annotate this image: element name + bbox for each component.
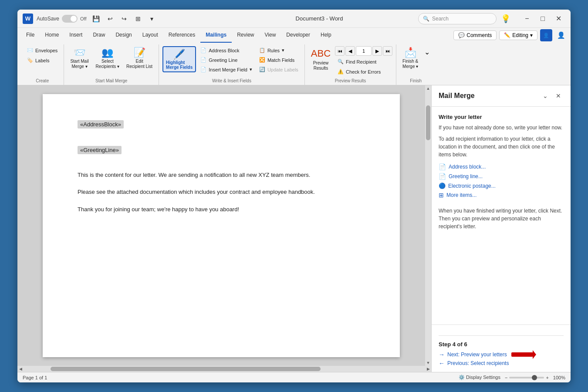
quick-access-toolbar: 💾 ↩ ↪ ⊞ ▾ bbox=[90, 13, 158, 25]
tab-design[interactable]: Design bbox=[110, 28, 137, 43]
scroll-down-arrow[interactable]: ▼ bbox=[425, 360, 431, 366]
ribbon-group-preview: ABC PreviewResults ⏮ ◀ ▶ ⏭ 🔍 bbox=[305, 44, 396, 85]
red-arrow-indicator bbox=[511, 352, 533, 357]
zoom-slider[interactable]: − + bbox=[505, 375, 549, 380]
save-button[interactable]: 💾 bbox=[90, 13, 102, 25]
zoom-minus-icon[interactable]: − bbox=[505, 375, 507, 380]
zoom-thumb[interactable] bbox=[532, 375, 537, 380]
address-block-link[interactable]: 📄 Address block... bbox=[439, 162, 564, 172]
find-recipient-button[interactable]: 🔍 Find Recipient bbox=[335, 57, 392, 66]
panel-title: Mail Merge bbox=[439, 92, 540, 100]
mail-merge-panel: Mail Merge ⌄ ✕ Write your letter If you … bbox=[431, 85, 571, 372]
panel-outro: When you have finished writing your lett… bbox=[439, 207, 564, 230]
tab-developer[interactable]: Developer bbox=[281, 28, 315, 43]
window-controls: − □ ✕ bbox=[520, 12, 565, 26]
greeting-line-link[interactable]: 📄 Greeting line... bbox=[439, 172, 564, 181]
nav-number-input[interactable] bbox=[356, 46, 372, 56]
panel-intro1: If you have not already done so, write y… bbox=[439, 124, 564, 132]
expand-ribbon-button[interactable]: ⌄ bbox=[422, 46, 432, 58]
scroll-thumb-horizontal[interactable] bbox=[51, 367, 321, 371]
tab-layout[interactable]: Layout bbox=[137, 28, 163, 43]
undo-button[interactable]: ↩ bbox=[104, 13, 116, 25]
scroll-up-arrow[interactable]: ▲ bbox=[425, 85, 431, 91]
table-grid-button[interactable]: ⊞ bbox=[132, 13, 144, 25]
tab-references[interactable]: References bbox=[163, 28, 200, 43]
autosave-toggle[interactable] bbox=[62, 15, 78, 23]
nav-first-button[interactable]: ⏮ bbox=[335, 46, 345, 56]
labels-label: Labels bbox=[35, 58, 49, 63]
check-errors-icon: ⚠️ bbox=[338, 69, 344, 74]
search-box[interactable]: 🔍 Search bbox=[418, 13, 497, 24]
highlight-merge-fields-button[interactable]: 🖊️ HighlightMerge Fields bbox=[162, 46, 196, 72]
panel-collapse-button[interactable]: ⌄ bbox=[540, 91, 551, 101]
create-group-label: Create bbox=[24, 78, 60, 85]
tab-file[interactable]: File bbox=[21, 28, 40, 43]
scroll-thumb-vertical[interactable] bbox=[426, 105, 430, 140]
nav-next-button[interactable]: ▶ bbox=[372, 46, 382, 56]
envelopes-button[interactable]: ✉️ Envelopes bbox=[24, 46, 60, 54]
share-button[interactable]: 👤 bbox=[540, 29, 552, 41]
select-recipients-button[interactable]: 👥 SelectRecipients ▾ bbox=[93, 46, 122, 71]
next-step-label: Next: Preview your letters bbox=[447, 351, 507, 358]
customize-qat-button[interactable]: ▾ bbox=[146, 13, 158, 25]
restore-button[interactable]: □ bbox=[536, 12, 550, 26]
tab-home[interactable]: Home bbox=[40, 28, 64, 43]
match-fields-label: Match Fields bbox=[267, 57, 294, 63]
find-recipient-icon: 🔍 bbox=[338, 59, 344, 64]
scroll-track-horizontal[interactable] bbox=[24, 366, 425, 372]
scroll-left-arrow[interactable]: ◀ bbox=[17, 366, 24, 372]
scroll-track-vertical[interactable] bbox=[425, 91, 431, 360]
title-bar-left: W AutoSave Off 💾 ↩ ↪ ⊞ ▾ bbox=[23, 13, 220, 25]
create-group-items: ✉️ Envelopes 🏷️ Labels bbox=[24, 44, 60, 78]
envelope-icon: ✉️ bbox=[27, 47, 33, 53]
tab-mailings[interactable]: Mailings bbox=[200, 28, 232, 43]
finish-group-label: Finish bbox=[400, 78, 432, 85]
more-items-link[interactable]: ⊞ More items... bbox=[439, 190, 564, 200]
match-fields-button[interactable]: 🔀 Match Fields bbox=[257, 56, 301, 64]
insert-merge-field-label: Insert Merge Field bbox=[209, 67, 247, 72]
close-button[interactable]: ✕ bbox=[551, 12, 565, 26]
ribbon-group-create: ✉️ Envelopes 🏷️ Labels Create bbox=[21, 44, 64, 85]
update-labels-button[interactable]: 🔄 Update Labels bbox=[257, 65, 301, 74]
tab-insert[interactable]: Insert bbox=[64, 28, 88, 43]
nav-prev-button[interactable]: ◀ bbox=[345, 46, 355, 56]
comments-button[interactable]: 💬 Comments bbox=[453, 30, 497, 40]
horizontal-scrollbar[interactable]: ◀ ▶ bbox=[17, 366, 431, 372]
vertical-scrollbar[interactable]: ▲ ▼ bbox=[425, 85, 431, 366]
greeting-line-link-icon: 📄 bbox=[439, 173, 446, 180]
next-step-link[interactable]: → Next: Preview your letters bbox=[439, 351, 564, 358]
panel-close-button[interactable]: ✕ bbox=[553, 91, 564, 101]
zoom-plus-icon[interactable]: + bbox=[546, 375, 548, 380]
insert-merge-field-button[interactable]: 📄 Insert Merge Field ▾ bbox=[198, 65, 255, 74]
start-mail-merge-button[interactable]: 📨 Start MailMerge ▾ bbox=[68, 46, 91, 71]
redo-button[interactable]: ↪ bbox=[118, 13, 130, 25]
zoom-track[interactable] bbox=[509, 377, 544, 378]
scroll-right-arrow[interactable]: ▶ bbox=[425, 366, 431, 372]
labels-button[interactable]: 🏷️ Labels bbox=[24, 56, 60, 64]
editing-button[interactable]: ✏️ Editing ▾ bbox=[499, 30, 537, 40]
electronic-postage-link[interactable]: 🔵 Electronic postage... bbox=[439, 181, 564, 190]
rules-button[interactable]: 📋 Rules ▾ bbox=[257, 46, 301, 54]
edit-recipient-list-button[interactable]: 📝 EditRecipient List bbox=[124, 46, 155, 71]
check-for-errors-button[interactable]: ⚠️ Check for Errors bbox=[335, 68, 392, 76]
preview-results-button[interactable]: ABC PreviewResults bbox=[308, 46, 333, 73]
prev-step-link[interactable]: ← Previous: Select recipients bbox=[439, 360, 564, 367]
nav-last-button[interactable]: ⏭ bbox=[383, 46, 392, 56]
profile-button[interactable]: 👤 bbox=[555, 29, 567, 41]
search-placeholder: Search bbox=[432, 16, 449, 22]
display-settings-label[interactable]: ⚙️ Display Settings bbox=[459, 375, 500, 380]
tab-help[interactable]: Help bbox=[315, 28, 337, 43]
paragraph3: Thank you for joining our team; we're ha… bbox=[78, 204, 365, 214]
minimize-button[interactable]: − bbox=[520, 12, 534, 26]
update-labels-label: Update Labels bbox=[267, 67, 298, 72]
greeting-line-button[interactable]: 📄 Greeting Line bbox=[198, 56, 255, 64]
lightbulb-icon[interactable]: 💡 bbox=[500, 13, 511, 24]
display-settings-icon: ⚙️ bbox=[459, 375, 465, 380]
document-scroll[interactable]: «AddressBlock» «GreetingLine» This is th… bbox=[17, 85, 425, 366]
tab-draw[interactable]: Draw bbox=[88, 28, 110, 43]
finish-merge-button[interactable]: 📩 Finish &Merge ▾ bbox=[400, 46, 421, 71]
tab-view[interactable]: View bbox=[260, 28, 281, 43]
address-block-button[interactable]: 📄 Address Block bbox=[198, 46, 255, 54]
tab-review[interactable]: Review bbox=[232, 28, 259, 43]
toggle-knob bbox=[71, 16, 77, 22]
